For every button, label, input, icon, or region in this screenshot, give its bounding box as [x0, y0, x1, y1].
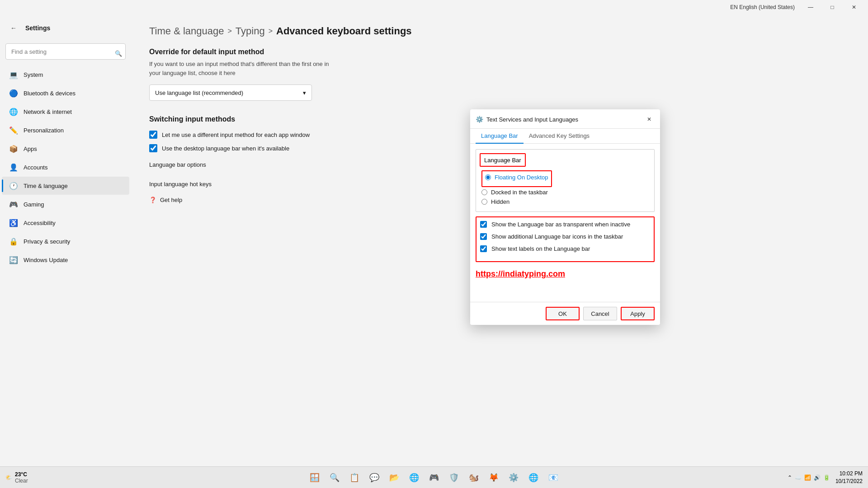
minimize-button[interactable]: —	[800, 0, 821, 14]
back-button[interactable]: ←	[7, 22, 20, 34]
close-button[interactable]: ✕	[844, 0, 864, 14]
bluetooth-icon: 🔵	[9, 89, 18, 98]
ok-button[interactable]: OK	[546, 307, 580, 320]
sidebar-item-label-gaming: Gaming	[24, 201, 44, 208]
dialog-checkbox1-label: Show the Language bar as transparent whe…	[491, 221, 630, 228]
dialog-titlebar: ⚙️ Text Services and Input Languages ✕	[470, 109, 660, 129]
dialog-title: ⚙️ Text Services and Input Languages	[476, 116, 578, 123]
sidebar-item-privacy[interactable]: 🔒 Privacy & security	[2, 232, 129, 250]
section1-desc-line1: If you want to use an input method that'…	[149, 61, 329, 67]
sidebar-title: Settings	[25, 24, 50, 32]
promo-url-link[interactable]: https://indiatyping.com	[476, 269, 655, 279]
dropdown-value: Use language list (recommended)	[155, 89, 243, 96]
link2-text: Input language hot keys	[149, 181, 212, 188]
window-controls: — □ ✕	[800, 0, 864, 14]
shield-button[interactable]: 🛡️	[446, 469, 462, 486]
link1-text: Language bar options	[149, 161, 206, 168]
apps-icon: 📦	[9, 144, 18, 153]
apply-button[interactable]: Apply	[621, 307, 655, 320]
settings-taskbar-button[interactable]: ⚙️	[505, 469, 522, 486]
weather-widget[interactable]: 🌤️ 23°C Clear	[5, 471, 28, 484]
section1-desc-line2: your language list, choose it here	[149, 70, 236, 76]
sidebar-item-update[interactable]: 🔄 Windows Update	[2, 251, 129, 269]
breadcrumb-current: Advanced keyboard settings	[276, 25, 412, 37]
language-indicator: EN English (United States)	[730, 4, 795, 10]
taskbar-left: 🌤️ 23°C Clear	[5, 471, 32, 484]
section1-desc: If you want to use an input method that'…	[149, 60, 850, 77]
privacy-icon: 🔒	[9, 237, 18, 246]
tab-language-bar[interactable]: Language Bar	[476, 129, 524, 144]
date-display: 10/17/2022	[835, 478, 863, 485]
sidebar-item-label-personalization: Personalization	[24, 127, 64, 134]
cancel-button[interactable]: Cancel	[583, 307, 617, 320]
sidebar-item-accessibility[interactable]: ♿ Accessibility	[2, 214, 129, 232]
sidebar-item-accounts[interactable]: 👤 Accounts	[2, 158, 129, 176]
chevron-icon[interactable]: ⌃	[788, 474, 792, 481]
radio-floating[interactable]	[485, 174, 491, 180]
search-container: 🔍	[0, 42, 131, 65]
volume-icon[interactable]: 🔊	[814, 474, 821, 481]
search-input[interactable]	[5, 43, 126, 60]
cloud-icon[interactable]: ☁️	[795, 474, 802, 481]
accounts-icon: 👤	[9, 163, 18, 172]
taskbar-center: 🪟 🔍 📋 💬 📂 🌐 🎮 🛡️ 🐿️ 🦊 ⚙️ 🌐 📧	[307, 469, 561, 486]
sidebar-item-bluetooth[interactable]: 🔵 Bluetooth & devices	[2, 84, 129, 102]
update-icon: 🔄	[9, 255, 18, 264]
sidebar-item-network[interactable]: 🌐 Network & internet	[2, 103, 129, 121]
dialog-footer: OK Cancel Apply	[470, 302, 660, 325]
sidebar-item-label-network: Network & internet	[24, 108, 72, 115]
get-help-label: Get help	[160, 197, 182, 203]
breadcrumb-sep2: >	[269, 27, 273, 35]
edge-button[interactable]: 🌐	[406, 469, 422, 486]
personalization-icon: ✏️	[9, 126, 18, 135]
sidebar-item-system[interactable]: 💻 System	[2, 66, 129, 84]
language-bar-section-label: Language Bar	[484, 157, 521, 164]
battery-icon[interactable]: 🔋	[823, 474, 830, 481]
radio-hidden[interactable]	[481, 199, 487, 205]
checkbox-text-labels[interactable]	[480, 245, 487, 252]
sidebar-item-gaming[interactable]: 🎮 Gaming	[2, 195, 129, 213]
taskview-button[interactable]: 📋	[346, 469, 363, 486]
explorer-button[interactable]: 📂	[386, 469, 402, 486]
time-display: 10:02 PM	[835, 470, 863, 478]
taskbar-right: ⌃ ☁️ 📶 🔊 🔋 10:02 PM 10/17/2022	[788, 470, 863, 485]
sidebar-item-apps[interactable]: 📦 Apps	[2, 140, 129, 158]
chrome-button[interactable]: 🌐	[525, 469, 542, 486]
teams-button[interactable]: 💬	[366, 469, 382, 486]
firefox-button[interactable]: 🦊	[486, 469, 502, 486]
weather-temp: 23°C	[15, 471, 28, 478]
system-icon: 💻	[9, 70, 18, 79]
start-button[interactable]: 🪟	[307, 469, 323, 486]
radio-row-hidden: Hidden	[481, 198, 651, 205]
dialog-checkbox2-label: Show additional Language bar icons in th…	[491, 233, 623, 240]
dialog-close-button[interactable]: ✕	[644, 114, 655, 125]
system-tray: ⌃ ☁️ 📶 🔊 🔋	[788, 474, 830, 481]
checkbox-transparent[interactable]	[480, 221, 487, 228]
maximize-button[interactable]: □	[822, 0, 843, 14]
app-container: ← Settings 🔍 💻 System 🔵 Bluetooth & devi…	[0, 14, 868, 466]
radio-docked[interactable]	[481, 189, 487, 195]
dialog-checkbox-row-3: Show text labels on the Language bar	[480, 245, 650, 252]
input-method-dropdown[interactable]: Use language list (recommended) ▾	[149, 84, 312, 101]
checkbox-additional-icons[interactable]	[480, 233, 487, 240]
privacy-button[interactable]: 🐿️	[466, 469, 482, 486]
tab-advanced-key-settings[interactable]: Advanced Key Settings	[524, 129, 595, 144]
breadcrumb: Time & language > Typing > Advanced keyb…	[149, 25, 850, 37]
sidebar-item-time[interactable]: 🕐 Time & language	[2, 177, 129, 195]
checkbox-different-method[interactable]	[149, 131, 157, 139]
breadcrumb-part1[interactable]: Time & language	[149, 25, 224, 37]
breadcrumb-part2[interactable]: Typing	[236, 25, 265, 37]
get-help-icon: ❓	[149, 197, 156, 203]
sidebar-header: ← Settings	[0, 18, 131, 42]
weather-icon: 🌤️	[5, 474, 12, 481]
sidebar-item-label-bluetooth: Bluetooth & devices	[24, 90, 75, 97]
search-taskbar-button[interactable]: 🔍	[326, 469, 343, 486]
checkbox-desktop-lang-bar[interactable]	[149, 144, 157, 152]
radio-docked-label: Docked in the taskbar	[491, 189, 548, 196]
mail-button[interactable]: 📧	[545, 469, 561, 486]
wifi-icon[interactable]: 📶	[804, 474, 811, 481]
xbox-button[interactable]: 🎮	[426, 469, 442, 486]
clock[interactable]: 10:02 PM 10/17/2022	[835, 470, 863, 485]
dialog-checkbox-row-1: Show the Language bar as transparent whe…	[480, 221, 650, 228]
sidebar-item-personalization[interactable]: ✏️ Personalization	[2, 121, 129, 139]
